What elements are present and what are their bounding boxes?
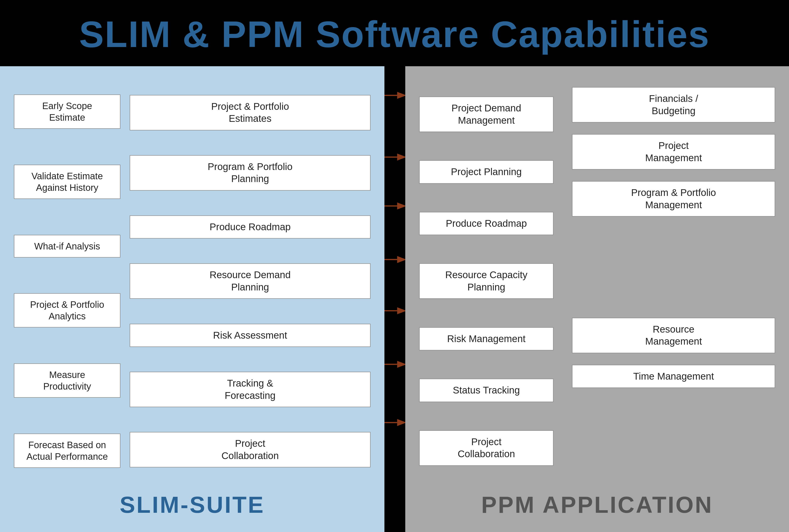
risk-management-box: Risk Management [419, 327, 554, 351]
black-divider [384, 66, 405, 532]
ppm-left-items: Project DemandManagement Project Plannin… [419, 80, 554, 482]
ppm-label-area: PPM APPLICATION [405, 482, 789, 532]
project-collab-ppm-box: ProjectCollaboration [419, 430, 554, 466]
project-planning-box: Project Planning [419, 160, 554, 184]
measure-productivity-box: MeasureProductivity [14, 363, 120, 398]
slim-label: SLIM-SUITE [120, 480, 265, 518]
financials-budgeting-box: Financials /Budgeting [572, 87, 775, 122]
slim-section: Early ScopeEstimate Validate EstimateAga… [0, 66, 384, 532]
status-tracking-box: Status Tracking [419, 379, 554, 402]
slim-mid-functions: Project & PortfolioEstimates Program & P… [130, 80, 370, 482]
produce-roadmap-ppm-box: Produce Roadmap [419, 212, 554, 235]
title-area: SLIM & PPM Software Capabilities [0, 0, 789, 66]
early-scope-box: Early ScopeEstimate [14, 95, 120, 129]
connector-lines [384, 66, 405, 532]
validate-estimate-box: Validate EstimateAgainst History [14, 165, 120, 199]
slim-content: Early ScopeEstimate Validate EstimateAga… [0, 80, 384, 482]
forecast-actual-box: Forecast Based onActual Performance [14, 434, 120, 468]
tracking-forecasting-box: Tracking &Forecasting [130, 372, 370, 407]
project-demand-box: Project DemandManagement [419, 97, 554, 132]
main-title: SLIM & PPM Software Capabilities [19, 14, 770, 55]
program-portfolio-mgmt-box: Program & PortfolioManagement [572, 181, 775, 216]
slim-label-area: SLIM-SUITE [0, 482, 384, 532]
project-collab-slim-box: ProjectCollaboration [130, 432, 370, 468]
what-if-box: What-if Analysis [14, 235, 120, 258]
ppm-right-items: Financials /Budgeting ProjectManagement … [554, 80, 775, 482]
slim-left-capabilities: Early ScopeEstimate Validate EstimateAga… [14, 80, 130, 482]
resource-management-box: ResourceManagement [572, 318, 775, 353]
program-planning-box: Program & PortfolioPlanning [130, 155, 370, 191]
portfolio-estimates-box: Project & PortfolioEstimates [130, 95, 370, 130]
main-layout: Early ScopeEstimate Validate EstimateAga… [0, 66, 789, 532]
resource-capacity-box: Resource CapacityPlanning [419, 263, 554, 299]
produce-roadmap-slim-box: Produce Roadmap [130, 215, 370, 239]
project-management-box: ProjectManagement [572, 134, 775, 170]
risk-assessment-box: Risk Assessment [130, 324, 370, 347]
portfolio-analytics-box: Project & PortfolioAnalytics [14, 293, 120, 327]
ppm-content: Project DemandManagement Project Plannin… [405, 80, 789, 482]
ppm-section: Project DemandManagement Project Plannin… [405, 66, 789, 532]
resource-demand-box: Resource DemandPlanning [130, 263, 370, 299]
ppm-label: PPM APPLICATION [481, 480, 713, 518]
page-wrapper: SLIM & PPM Software Capabilities Early S… [0, 0, 789, 532]
time-management-box: Time Management [572, 365, 775, 388]
